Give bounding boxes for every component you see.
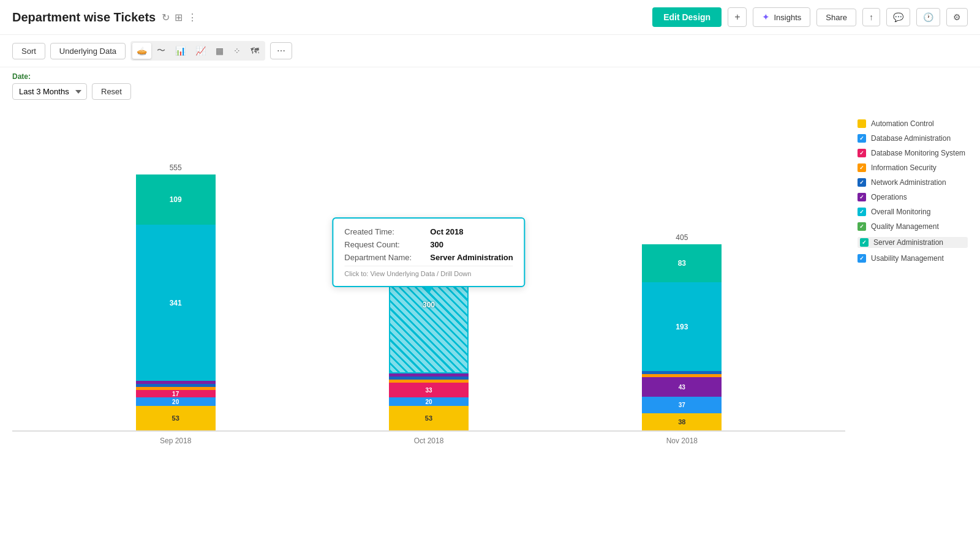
- bar-segment: 20: [136, 397, 216, 406]
- bar-group-sep: 555 53 20 17: [136, 163, 216, 430]
- share-button[interactable]: Share: [816, 9, 856, 26]
- sort-button[interactable]: Sort: [12, 43, 45, 59]
- underlying-data-button[interactable]: Underlying Data: [50, 43, 126, 59]
- tooltip-request-count-value: 300: [430, 240, 443, 249]
- legend-label-quality-mgmt: Quality Management: [871, 222, 939, 231]
- bar-group-nov: 405 38 37 43: [642, 233, 722, 430]
- legend-item-server-admin[interactable]: ✓ Server Administration: [858, 237, 968, 248]
- legend-label-overall-monitor: Overall Monitoring: [871, 208, 930, 216]
- legend-swatch-server-admin: ✓: [860, 238, 869, 247]
- legend-swatch-operations: ✓: [858, 193, 866, 201]
- x-label-oct: Oct 2018: [389, 437, 469, 445]
- header-left: Department wise Tickets ↻ ⊞ ⋮: [12, 10, 197, 24]
- legend-swatch-quality-mgmt: ✓: [858, 222, 866, 231]
- x-label-sep: Sep 2018: [136, 437, 216, 445]
- legend-swatch-automation: [858, 119, 866, 128]
- chart-type-bar[interactable]: 📊: [171, 43, 190, 59]
- chart-area: 555 53 20 17: [0, 107, 980, 468]
- legend-item-usability[interactable]: ✓ Usability Management: [858, 254, 968, 263]
- bar-segment: 33: [389, 383, 469, 397]
- page-title: Department wise Tickets: [12, 10, 156, 24]
- insights-button[interactable]: ✦ Insights: [753, 7, 810, 27]
- settings-button[interactable]: ⚙: [946, 8, 968, 26]
- tooltip-dept-name-key: Department Name:: [344, 253, 418, 262]
- legend-label-info-sec: Information Security: [871, 163, 937, 172]
- reset-button[interactable]: Reset: [92, 83, 131, 100]
- legend-swatch-usability: ✓: [858, 254, 866, 263]
- stacked-bar-sep[interactable]: 53 20 17: [136, 174, 216, 430]
- insights-label: Insights: [774, 13, 801, 22]
- chart-type-line[interactable]: 〜: [153, 43, 170, 59]
- bar-segment: 341: [136, 225, 216, 381]
- legend-item-quality-mgmt[interactable]: ✓ Quality Management: [858, 222, 968, 231]
- legend-item-db-admin[interactable]: ✓ Database Administration: [858, 134, 968, 143]
- bar-segment: 20: [389, 397, 469, 406]
- bar-segment: 37: [642, 397, 722, 413]
- legend-label-usability: Usability Management: [871, 254, 944, 263]
- tooltip-created-time-row: Created Time: Oct 2018: [344, 227, 513, 236]
- tooltip-request-count-key: Request Count:: [344, 240, 418, 249]
- stacked-bar-nov[interactable]: 38 37 43: [642, 244, 722, 430]
- table-icon[interactable]: ⊞: [175, 12, 183, 23]
- chart-type-area[interactable]: ▦: [211, 43, 228, 59]
- app-header: Department wise Tickets ↻ ⊞ ⋮ Edit Desig…: [0, 0, 980, 35]
- tooltip-click-hint: Click to: View Underlying Data / Drill D…: [344, 266, 513, 277]
- legend-label-operations: Operations: [871, 193, 907, 201]
- bar-segment: 43: [642, 377, 722, 397]
- refresh-icon[interactable]: ↻: [162, 12, 170, 23]
- legend-item-operations[interactable]: ✓ Operations: [858, 193, 968, 201]
- edit-design-button[interactable]: Edit Design: [652, 7, 722, 27]
- date-filter-select[interactable]: Last 3 Months Last 6 Months Last Year Cu…: [12, 83, 87, 100]
- bar-total-nov: 405: [676, 233, 688, 242]
- add-button[interactable]: +: [728, 7, 747, 27]
- export-button[interactable]: ↑: [862, 8, 880, 26]
- bar-total-sep: 555: [170, 163, 182, 172]
- bar-segment: 17: [136, 390, 216, 397]
- date-filter-label: Date:: [12, 72, 968, 81]
- legend-item-network-admin[interactable]: ✓ Network Administration: [858, 178, 968, 187]
- bar-segment: 53: [136, 406, 216, 430]
- tooltip-request-count-row: Request Count: 300: [344, 240, 513, 249]
- chart-toolbar: Sort Underlying Data 🥧 〜 📊 📈 ▦ ⁘ 🗺 ⋯: [0, 35, 980, 67]
- legend-label-server-admin: Server Administration: [873, 238, 943, 247]
- legend-label-db-monitor: Database Monitoring System: [871, 149, 965, 157]
- bar-segment: 109: [136, 174, 216, 225]
- legend-swatch-db-monitor: ✓: [858, 149, 866, 157]
- chart-type-column[interactable]: 📈: [191, 43, 210, 59]
- x-label-nov: Nov 2018: [642, 437, 722, 445]
- more-icon[interactable]: ⋮: [187, 12, 197, 23]
- bar-group-oct: Created Time: Oct 2018 Request Count: 30…: [389, 236, 469, 430]
- x-axis: Sep 2018 Oct 2018 Nov 2018: [12, 432, 845, 445]
- bar-segment: 193: [642, 282, 722, 371]
- header-icons: ↻ ⊞ ⋮: [162, 12, 197, 23]
- comment-button[interactable]: 💬: [886, 8, 910, 26]
- tooltip-dept-name-row: Department Name: Server Administration: [344, 253, 513, 262]
- insights-icon: ✦: [762, 12, 770, 23]
- filter-controls: Last 3 Months Last 6 Months Last Year Cu…: [12, 83, 968, 100]
- legend-item-info-sec[interactable]: ✓ Information Security: [858, 163, 968, 172]
- history-button[interactable]: 🕐: [916, 8, 940, 26]
- chart-tooltip: Created Time: Oct 2018 Request Count: 30…: [332, 217, 525, 287]
- tooltip-created-time-value: Oct 2018: [430, 227, 463, 236]
- legend-swatch-info-sec: ✓: [858, 163, 866, 172]
- legend-label-automation: Automation Control: [871, 119, 934, 128]
- legend-item-overall-monitor[interactable]: ✓ Overall Monitoring: [858, 208, 968, 216]
- chart-type-selector: 🥧 〜 📊 📈 ▦ ⁘ 🗺: [130, 41, 265, 61]
- legend-swatch-overall-monitor: ✓: [858, 208, 866, 216]
- chart-type-map[interactable]: 🗺: [246, 43, 263, 59]
- legend-label-network-admin: Network Administration: [871, 178, 946, 187]
- header-right: Edit Design + ✦ Insights Share ↑ 💬 🕐 ⚙: [652, 7, 968, 27]
- bar-segment: 83: [642, 244, 722, 282]
- legend-item-db-monitor[interactable]: ✓ Database Monitoring System: [858, 149, 968, 157]
- toolbar-more-button[interactable]: ⋯: [270, 42, 292, 59]
- legend-item-automation[interactable]: Automation Control: [858, 119, 968, 128]
- filter-bar: Date: Last 3 Months Last 6 Months Last Y…: [0, 67, 980, 107]
- tooltip-created-time-key: Created Time:: [344, 227, 418, 236]
- chart-legend: Automation Control ✓ Database Administra…: [845, 113, 968, 468]
- bar-segment: 38: [642, 413, 722, 430]
- chart-type-pie[interactable]: 🥧: [132, 43, 151, 59]
- tooltip-arrow: [424, 286, 434, 293]
- chart-container: 555 53 20 17: [12, 113, 845, 468]
- legend-swatch-db-admin: ✓: [858, 134, 866, 143]
- chart-type-scatter[interactable]: ⁘: [229, 43, 245, 59]
